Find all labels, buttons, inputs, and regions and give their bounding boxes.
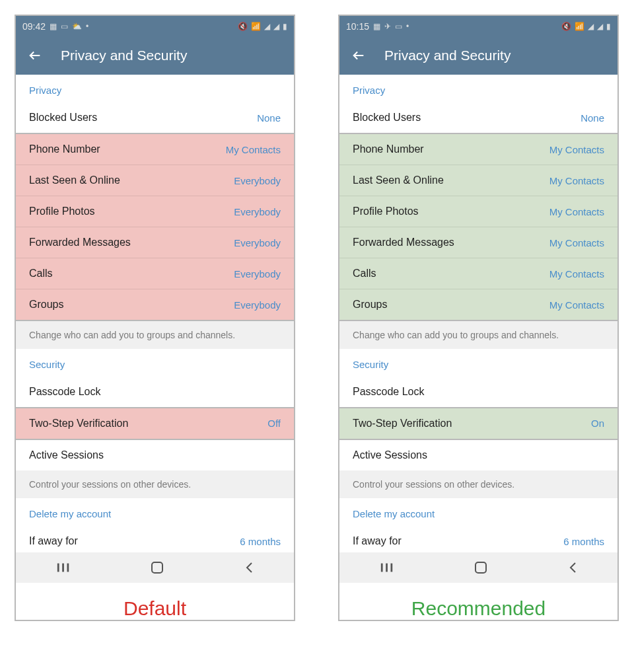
status-bar: 09:42 ▦ ▭ ⛅ • 🔇 📶 ◢ ◢ ▮: [16, 16, 294, 36]
svg-rect-1: [62, 564, 64, 572]
calendar-icon: ▭: [61, 22, 68, 31]
groups-row[interactable]: Groups My Contacts: [339, 289, 617, 320]
page-title: Privacy and Security: [384, 48, 511, 63]
signal-icon: ◢: [588, 22, 594, 31]
profile-photos-row[interactable]: Profile Photos My Contacts: [339, 196, 617, 227]
screenshot-icon: ▦: [373, 22, 380, 31]
delete-header: Delete my account: [16, 498, 294, 526]
status-bar: 10:15 ▦ ✈ ▭ • 🔇 📶 ◢ ◢ ▮: [339, 16, 617, 36]
nav-back-button[interactable]: [244, 561, 254, 574]
home-button[interactable]: [474, 561, 487, 574]
phone-number-row[interactable]: Phone Number My Contacts: [339, 134, 617, 165]
last-seen-row[interactable]: Last Seen & Online My Contacts: [339, 165, 617, 196]
blocked-users-row[interactable]: Blocked Users None: [16, 102, 294, 133]
caption-recommended: Recommended: [339, 583, 617, 620]
svg-rect-3: [152, 562, 162, 573]
svg-rect-6: [390, 564, 392, 572]
status-time: 10:15: [346, 21, 369, 32]
if-away-row[interactable]: If away for 6 months: [16, 526, 294, 552]
twostep-row[interactable]: Two-Step Verification On: [339, 407, 617, 440]
app-header: Privacy and Security: [16, 36, 294, 75]
svg-rect-4: [380, 564, 382, 572]
wifi-icon: 📶: [575, 22, 584, 31]
battery-icon: ▮: [283, 22, 287, 31]
weather-icon: ⛅: [72, 22, 82, 31]
app-header: Privacy and Security: [339, 36, 617, 75]
phone-default: 09:42 ▦ ▭ ⛅ • 🔇 📶 ◢ ◢ ▮ Privacy and Secu…: [15, 15, 295, 621]
forwarded-row[interactable]: Forwarded Messages My Contacts: [339, 227, 617, 258]
recents-button[interactable]: [56, 562, 71, 574]
forwarded-row[interactable]: Forwarded Messages Everybody: [16, 227, 294, 258]
if-away-row[interactable]: If away for 6 months: [339, 526, 617, 552]
signal-icon: ◢: [264, 22, 270, 31]
privacy-highlight-default: Phone Number My Contacts Last Seen & Onl…: [16, 133, 294, 321]
passcode-row[interactable]: Passcode Lock: [339, 377, 617, 407]
mute-icon: 🔇: [561, 22, 571, 31]
privacy-header: Privacy: [339, 75, 617, 102]
last-seen-row[interactable]: Last Seen & Online Everybody: [16, 165, 294, 196]
security-note: Control your sessions on other devices.: [339, 470, 617, 498]
profile-photos-row[interactable]: Profile Photos Everybody: [16, 196, 294, 227]
blocked-label: Blocked Users: [29, 112, 97, 124]
calls-row[interactable]: Calls My Contacts: [339, 258, 617, 289]
privacy-header: Privacy: [16, 75, 294, 102]
blocked-users-row[interactable]: Blocked Users None: [339, 102, 617, 133]
dot-icon: •: [406, 22, 409, 31]
page-title: Privacy and Security: [61, 48, 187, 63]
battery-icon: ▮: [606, 22, 611, 31]
security-header: Security: [16, 349, 294, 377]
home-button[interactable]: [151, 561, 164, 574]
signal2-icon: ◢: [273, 22, 279, 31]
svg-rect-2: [67, 564, 69, 572]
mute-icon: 🔇: [238, 22, 248, 31]
android-nav: [339, 552, 617, 583]
active-sessions-row[interactable]: Active Sessions: [16, 440, 294, 470]
phone-number-row[interactable]: Phone Number My Contacts: [16, 134, 294, 165]
privacy-note: Change who can add you to groups and cha…: [16, 321, 294, 349]
svg-rect-5: [386, 564, 388, 572]
security-header: Security: [339, 349, 617, 377]
wifi-icon: 📶: [251, 22, 261, 31]
delete-header: Delete my account: [339, 498, 617, 526]
calendar-icon: ▭: [395, 22, 402, 31]
status-time: 09:42: [22, 21, 46, 32]
dot-icon: •: [86, 22, 88, 31]
privacy-highlight-recommended: Phone Number My Contacts Last Seen & Onl…: [339, 133, 617, 321]
send-icon: ✈: [384, 22, 391, 31]
back-icon[interactable]: [28, 48, 42, 63]
twostep-row[interactable]: Two-Step Verification Off: [16, 407, 294, 440]
active-sessions-row[interactable]: Active Sessions: [339, 440, 617, 470]
back-icon[interactable]: [351, 48, 366, 63]
caption-default: Default: [16, 583, 294, 620]
screenshot-icon: ▦: [50, 22, 57, 31]
privacy-note: Change who can add you to groups and cha…: [339, 321, 617, 349]
android-nav: [16, 552, 294, 583]
nav-back-button[interactable]: [567, 561, 578, 574]
signal2-icon: ◢: [597, 22, 603, 31]
blocked-value: None: [257, 112, 281, 124]
passcode-row[interactable]: Passcode Lock: [16, 377, 294, 407]
recents-button[interactable]: [380, 562, 394, 574]
phone-recommended: 10:15 ▦ ✈ ▭ • 🔇 📶 ◢ ◢ ▮ Privacy and Secu…: [338, 15, 619, 621]
svg-rect-7: [476, 562, 486, 573]
calls-row[interactable]: Calls Everybody: [16, 258, 294, 289]
svg-rect-0: [57, 564, 59, 572]
security-note: Control your sessions on other devices.: [16, 470, 294, 498]
groups-row[interactable]: Groups Everybody: [16, 289, 294, 320]
